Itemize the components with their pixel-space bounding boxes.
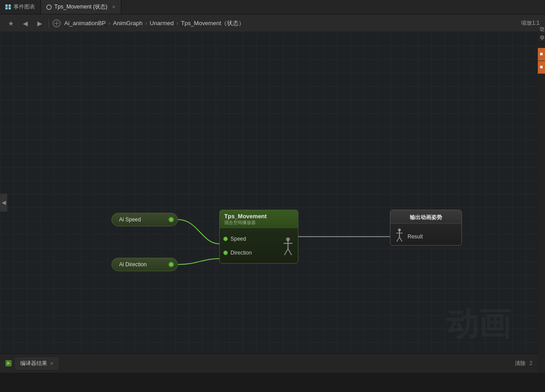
tab-tps-movement[interactable]: Tps_Movement (状态) ✕ [41, 0, 121, 14]
forward-button[interactable]: ▶ [34, 18, 45, 29]
nav-bar: ★ ◀ ▶ Ai_animationBP › AnimGraph › Unarm… [0, 14, 545, 32]
tps-movement-header: Tps_Movement 混合空间播放器 [220, 210, 298, 228]
output-header: 输出动画姿势 [390, 210, 461, 224]
watermark: 动画 [446, 303, 511, 346]
tab-close-icon[interactable]: ✕ [112, 4, 115, 9]
direction-pin-label: Direction [230, 250, 252, 256]
tps-movement-title: Tps_Movement [224, 213, 293, 220]
node-tps-movement[interactable]: Tps_Movement 混合空间播放器 Speed Direction [219, 210, 298, 264]
star-button[interactable]: ★ [5, 18, 16, 29]
node-ai-speed-label: Ai Speed [119, 216, 141, 223]
canvas-area[interactable]: Ai Speed Ai Direction Tps_Movement 混合空间播… [0, 32, 538, 373]
result-count: 2 [529, 360, 532, 366]
breadcrumb-sep-3: › [177, 20, 178, 26]
circle-icon [46, 4, 52, 10]
direction-input-pin [223, 251, 228, 255]
svg-line-5 [284, 249, 288, 255]
output-body: Result [390, 224, 461, 249]
side-panel-label-4[interactable]: ■ [538, 61, 545, 74]
connections-layer [0, 32, 538, 373]
speed-input-pin [223, 237, 228, 241]
ai-speed-output-pin [168, 217, 174, 222]
side-panel-label-3[interactable]: ■ [538, 48, 545, 61]
side-panel-label-2[interactable]: 命 [538, 40, 545, 48]
svg-line-10 [397, 237, 399, 242]
svg-point-7 [398, 229, 401, 231]
compile-icon [5, 360, 12, 366]
right-side-panel: 边 命 ■ ■ [538, 32, 545, 373]
svg-line-11 [399, 237, 402, 242]
grid-icon [5, 4, 11, 10]
breadcrumb-item-4[interactable]: Tps_Movement（状态） [181, 19, 245, 27]
compiler-results-close[interactable]: ✕ [50, 361, 53, 366]
compiler-results-tab[interactable]: 编译器结果 ✕ [15, 357, 58, 370]
nav-divider [49, 19, 49, 28]
node-ai-speed[interactable]: Ai Speed [111, 213, 178, 226]
bottom-bar: 编译器结果 ✕ 清除 2 [0, 353, 538, 373]
tab-event-graph-label: 事件图表 [13, 3, 35, 11]
tab-event-graph[interactable]: 事件图表 [0, 0, 41, 14]
compiler-results-label: 编译器结果 [20, 360, 47, 367]
breadcrumb-sep-1: › [109, 20, 111, 26]
output-human-icon [395, 228, 404, 245]
svg-marker-12 [7, 361, 10, 365]
breadcrumb-item-3[interactable]: Unarmed [150, 20, 173, 26]
output-title: 输出动画姿势 [410, 214, 442, 220]
svg-line-6 [288, 249, 292, 255]
tps-movement-body: Speed Direction [220, 228, 298, 263]
side-panel-label-1[interactable]: 边 [538, 32, 545, 40]
svg-point-2 [286, 238, 290, 241]
result-label: Result [408, 233, 423, 240]
clear-button[interactable]: 清除 [515, 360, 526, 367]
node-output-animation-pose[interactable]: 输出动画姿势 Result [390, 210, 462, 246]
breadcrumb: Ai_animationBP › AnimGraph › Unarmed › T… [64, 19, 518, 27]
node-ai-direction-label: Ai Direction [119, 261, 146, 268]
left-panel-toggle[interactable]: ◀ [0, 194, 7, 211]
back-button[interactable]: ◀ [20, 18, 31, 29]
ai-direction-output-pin [168, 262, 174, 267]
tab-tps-movement-label: Tps_Movement (状态) [54, 3, 107, 11]
tps-movement-subtitle: 混合空间播放器 [224, 220, 293, 226]
speed-pin-label: Speed [230, 236, 246, 242]
breadcrumb-item-1[interactable]: Ai_animationBP [64, 20, 106, 26]
breadcrumb-sep-2: › [145, 20, 147, 26]
human-figure-icon [282, 237, 294, 259]
zoom-label: 缩放1:1 [521, 19, 540, 27]
breadcrumb-item-2[interactable]: AnimGraph [113, 20, 143, 26]
node-ai-direction[interactable]: Ai Direction [111, 258, 178, 271]
blueprint-icon [53, 19, 61, 27]
tab-bar: 事件图表 Tps_Movement (状态) ✕ [0, 0, 545, 14]
